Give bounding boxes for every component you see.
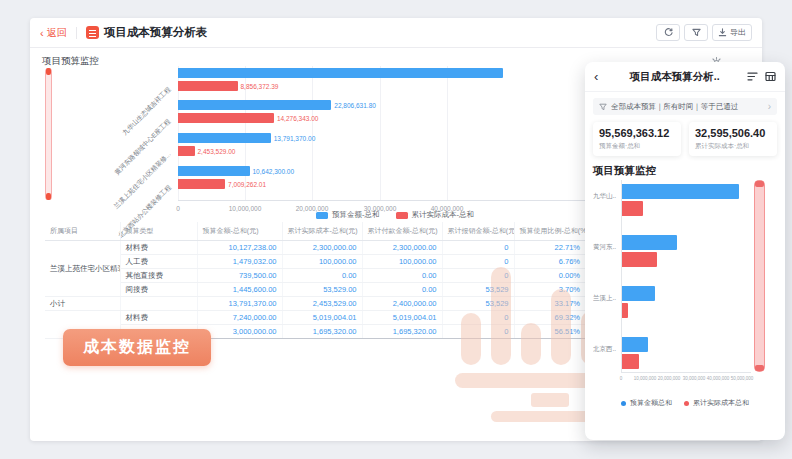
stat-value: 95,569,363.12 (599, 127, 675, 139)
bar-budget (178, 166, 250, 176)
col-header: 累计实际成本-总和(元) (282, 222, 362, 241)
legend-swatch-red (396, 212, 408, 219)
panel-back-button[interactable]: ‹ (594, 71, 598, 83)
legend-item-actual: 累计实际成本总和 (684, 398, 749, 408)
filter-button[interactable] (684, 24, 708, 41)
x-axis-tick: 10,000,000 (634, 376, 657, 381)
ratio-cell: 56.51% (514, 325, 585, 339)
paid-cell: 1,695,320.00 (362, 325, 442, 339)
bar-actual (178, 146, 195, 156)
actual-cell: 100,000.00 (282, 255, 362, 269)
topbar-actions: 导出 (656, 24, 752, 41)
table-subtotal-row: 小计 13,791,370.00 2,453,529.00 2,400,000.… (45, 297, 585, 311)
chart-vertical-scrollbar[interactable] (754, 180, 765, 372)
x-axis-tick: 30,000,000 (683, 376, 706, 381)
col-header: 所属项目 (45, 222, 120, 241)
export-label: 导出 (730, 27, 746, 38)
sort-list-icon[interactable] (747, 71, 758, 82)
stat-card-actual: 32,595,506.40 累计实际成本·总和 (689, 122, 777, 156)
panel-title: 项目成本预算分析.. (602, 70, 747, 84)
paid-cell: 0.00 (362, 283, 442, 297)
bar-actual (178, 179, 225, 189)
bar-actual (622, 303, 628, 318)
table-header-row: 所属项目 预算类型 预算金额-总和(元) 累计实际成本-总和(元) 累计付款金额… (45, 222, 585, 241)
reimburse-cell: 0 (442, 269, 514, 283)
table-row: 人工费 1,479,032.00 100,000.00 100,000.00 0… (45, 255, 585, 269)
paid-cell: 100,000.00 (362, 255, 442, 269)
type-cell: 材料费 (120, 241, 197, 255)
actual-cell: 2,453,529.00 (282, 297, 362, 311)
paid-cell: 0.00 (362, 269, 442, 283)
legend-item-budget: 预算金额-总和 (316, 210, 380, 220)
stat-label: 累计实际成本·总和 (695, 142, 771, 151)
x-axis-line (621, 372, 751, 373)
bar-budget (178, 100, 331, 110)
refresh-button[interactable] (656, 24, 680, 41)
bar-budget (178, 68, 503, 78)
back-label: 返回 (47, 26, 67, 40)
reimburse-cell: 53,529 (442, 297, 514, 311)
type-cell: 其他直接费 (120, 269, 197, 283)
type-cell: 材料费 (120, 311, 197, 325)
stat-label: 预算金额·总和 (599, 142, 675, 151)
col-header: 预算使用比例-总和(%) (514, 222, 585, 241)
chart-vertical-scrollbar[interactable] (45, 68, 52, 200)
bar-actual (622, 252, 657, 267)
legend-dot-blue (621, 401, 626, 406)
ratio-cell: 22.71% (514, 241, 585, 255)
table-row: 其他直接费 739,500.00 0.00 0.00 0 0.00% (45, 269, 585, 283)
scrollbar-handle-bottom[interactable] (46, 193, 51, 200)
x-axis-tick: 50,000,000 (731, 376, 754, 381)
refresh-icon (664, 28, 673, 37)
bar-value-label: 10,642,300.00 (253, 168, 295, 175)
subtotal-label-cell: 小计 (45, 297, 120, 311)
bar-budget (622, 286, 655, 301)
cost-monitor-sticker: 成本数据监控 (63, 329, 211, 366)
ratio-cell: 33.17% (514, 297, 585, 311)
gridline (380, 66, 381, 200)
panel-filter-bar[interactable]: 全部成本预算｜所有时间｜等于已通过 › (593, 98, 777, 115)
table-grid-icon[interactable] (765, 71, 776, 82)
page-title: 项目成本预算分析表 (104, 25, 208, 40)
type-cell: 间接费 (120, 283, 197, 297)
report-doc-icon (86, 26, 99, 39)
download-icon (718, 28, 727, 37)
budget-cell: 739,500.00 (197, 269, 282, 283)
back-chevron-icon: ‹ (40, 28, 44, 38)
back-button[interactable]: ‹ 返回 (40, 26, 67, 40)
watermark-stand (531, 393, 569, 407)
stat-value: 32,595,506.40 (695, 127, 771, 139)
legend-label: 累计实际成本总和 (693, 398, 749, 408)
mobile-preview-panel: ‹ 项目成本预算分析.. 全部成本预算｜所有时间｜等于已通过 › 95,569,… (585, 62, 785, 440)
bar-value-label: 8,856,372.39 (241, 83, 279, 90)
export-button[interactable]: 导出 (712, 24, 752, 41)
type-cell (120, 297, 197, 311)
panel-section-title: 项目预算监控 (593, 164, 656, 178)
actual-cell: 2,300,000.00 (282, 241, 362, 255)
col-header: 预算金额-总和(元) (197, 222, 282, 241)
funnel-icon (692, 28, 701, 37)
legend-label: 预算金额-总和 (332, 210, 380, 220)
reimburse-cell: 0 (442, 255, 514, 269)
actual-cell: 5,019,004.01 (282, 311, 362, 325)
legend-item-actual: 累计实际成本-总和 (396, 210, 475, 220)
scrollbar-handle-top[interactable] (46, 68, 51, 75)
x-axis-tick: 0 (620, 376, 623, 381)
col-header: 累计报销金额-总和(元) (442, 222, 514, 241)
bar-actual (178, 81, 238, 91)
legend-label: 累计实际成本-总和 (412, 210, 475, 220)
filter-summary: 全部成本预算｜所有时间｜等于已通过 (611, 102, 764, 112)
y-axis-category: 北京西.. (593, 345, 620, 354)
bar-budget (622, 184, 739, 199)
legend-item-budget: 预算金额总和 (621, 398, 672, 408)
ratio-cell: 69.32% (514, 311, 585, 325)
y-axis-category: 黄河东路领域中心E座工程 (113, 117, 173, 177)
reimburse-cell: 0 (442, 311, 514, 325)
actual-cell: 53,529.00 (282, 283, 362, 297)
budget-cell: 1,445,600.00 (197, 283, 282, 297)
scrollbar-handle-top[interactable] (755, 181, 764, 187)
bar-value-label: 2,453,529.00 (198, 148, 236, 155)
scrollbar-handle-bottom[interactable] (755, 365, 764, 371)
ratio-cell: 0.00% (514, 269, 585, 283)
chevron-right-icon: › (768, 102, 771, 112)
